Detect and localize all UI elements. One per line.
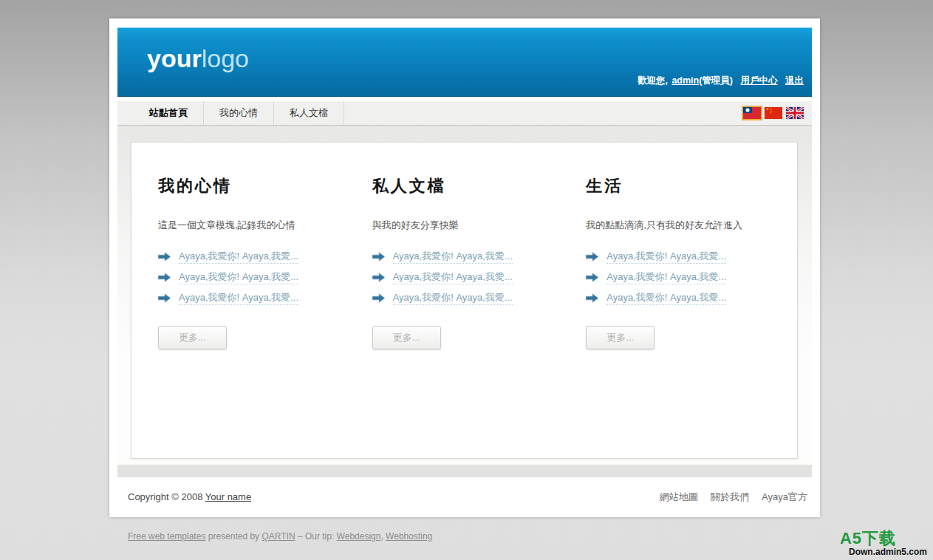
article-link[interactable]: Ayaya,我愛你! Ayaya,我愛...: [179, 270, 298, 284]
template-credits: Free web templates presented by QARTIN –…: [128, 531, 432, 542]
right-arrow-icon: [586, 273, 598, 282]
column-life: 生活 我的點點滴滴,只有我的好友允許進入 Ayaya,我愛你! Ayaya,我愛…: [586, 175, 770, 349]
right-arrow-icon: [158, 273, 171, 282]
right-arrow-icon: [158, 252, 171, 262]
article-link[interactable]: Ayaya,我愛你! Ayaya,我愛...: [393, 270, 513, 284]
list-item: Ayaya,我愛你! Ayaya,我愛...: [158, 246, 343, 267]
list-item: Ayaya,我愛你! Ayaya,我愛...: [586, 287, 770, 308]
column-private-docs: 私人文檔 與我的好友分享快樂 Ayaya,我愛你! Ayaya,我愛... Ay…: [372, 175, 557, 349]
user-welcome-bar: 歡迎您, admin(管理員) 用戶中心 退出: [638, 75, 804, 87]
webdesign-link[interactable]: Webdesign: [337, 531, 381, 542]
article-link[interactable]: Ayaya,我愛你! Ayaya,我愛...: [606, 250, 726, 264]
right-arrow-icon: [586, 252, 598, 262]
user-center-link[interactable]: 用戶中心: [741, 75, 778, 86]
columns-wrapper: 我的心情 這是一個文章模塊,記錄我的心情 Ayaya,我愛你! Ayaya,我愛…: [158, 175, 770, 349]
article-link[interactable]: Ayaya,我愛你! Ayaya,我愛...: [606, 270, 726, 284]
list-item: Ayaya,我愛你! Ayaya,我愛...: [586, 267, 770, 287]
nav-item-home[interactable]: 站點首頁: [134, 101, 204, 125]
more-button[interactable]: 更多...: [586, 326, 655, 349]
credits-text: presented by: [205, 531, 262, 542]
about-us-link[interactable]: 關於我們: [711, 491, 749, 504]
qartin-link[interactable]: QARTIN: [262, 531, 295, 542]
list-item: Ayaya,我愛你! Ayaya,我愛...: [158, 267, 343, 287]
copyright: Copyright © 2008 Your name: [128, 491, 251, 502]
article-link[interactable]: Ayaya,我愛你! Ayaya,我愛...: [393, 291, 513, 305]
column-title: 私人文檔: [372, 175, 557, 197]
right-arrow-icon: [372, 273, 385, 282]
language-switcher: [743, 101, 804, 125]
article-link[interactable]: Ayaya,我愛你! Ayaya,我愛...: [179, 291, 298, 305]
logo-text-bold: your: [147, 44, 202, 72]
column-title: 生活: [586, 175, 770, 197]
ayaya-official-link[interactable]: Ayaya官方: [762, 491, 807, 504]
copyright-text: Copyright © 2008: [128, 491, 205, 502]
nav-item-my-mood[interactable]: 我的心情: [204, 101, 274, 125]
content-box: 我的心情 這是一個文章模塊,記錄我的心情 Ayaya,我愛你! Ayaya,我愛…: [131, 142, 798, 459]
article-link[interactable]: Ayaya,我愛你! Ayaya,我愛...: [393, 250, 513, 264]
site-logo[interactable]: yourlogo: [147, 44, 249, 73]
logout-link[interactable]: 退出: [785, 75, 804, 86]
right-arrow-icon: [372, 252, 385, 262]
username-link[interactable]: admin: [671, 75, 699, 86]
footer-separator: [117, 465, 812, 477]
welcome-text: 歡迎您,: [638, 75, 668, 86]
nav-item-private-docs[interactable]: 私人文檔: [274, 101, 344, 125]
watermark-title: A5下载: [840, 530, 927, 547]
sitemap-link[interactable]: 網站地圖: [660, 491, 698, 504]
china-flag-icon[interactable]: [765, 107, 782, 119]
page-container: yourlogo 歡迎您, admin(管理員) 用戶中心 退出 站點首頁 我的…: [109, 18, 820, 517]
free-templates-link[interactable]: Free web templates: [128, 531, 205, 542]
uk-flag-icon[interactable]: [786, 107, 804, 119]
column-title: 我的心情: [158, 175, 343, 197]
list-item: Ayaya,我愛你! Ayaya,我愛...: [372, 246, 557, 267]
more-button[interactable]: 更多...: [158, 326, 227, 349]
watermark-url: Down.admin5.com: [849, 547, 927, 556]
site-header: yourlogo 歡迎您, admin(管理員) 用戶中心 退出: [117, 27, 812, 97]
list-item: Ayaya,我愛你! Ayaya,我愛...: [372, 267, 557, 287]
logo-text-light: logo: [202, 44, 249, 72]
right-arrow-icon: [586, 293, 598, 303]
article-link[interactable]: Ayaya,我愛你! Ayaya,我愛...: [179, 250, 298, 264]
site-footer: Copyright © 2008 Your name 網站地圖 關於我們 Aya…: [117, 477, 812, 516]
column-description: 與我的好友分享快樂: [372, 219, 557, 232]
footer-links: 網站地圖 關於我們 Ayaya官方: [660, 491, 807, 504]
right-arrow-icon: [158, 293, 171, 303]
article-link[interactable]: Ayaya,我愛你! Ayaya,我愛...: [606, 291, 726, 305]
column-my-mood: 我的心情 這是一個文章模塊,記錄我的心情 Ayaya,我愛你! Ayaya,我愛…: [158, 175, 343, 349]
column-description: 我的點點滴滴,只有我的好友允許進入: [586, 219, 770, 232]
list-item: Ayaya,我愛你! Ayaya,我愛...: [372, 287, 557, 308]
list-item: Ayaya,我愛你! Ayaya,我愛...: [158, 287, 343, 308]
user-role-label: (管理員): [699, 75, 733, 86]
credits-text: – Our tip:: [295, 531, 337, 542]
taiwan-flag-icon[interactable]: [743, 107, 761, 119]
more-button[interactable]: 更多...: [372, 326, 441, 349]
main-navbar: 站點首頁 我的心情 私人文檔: [117, 101, 812, 126]
content-area: 我的心情 這是一個文章模塊,記錄我的心情 Ayaya,我愛你! Ayaya,我愛…: [117, 126, 812, 465]
right-arrow-icon: [372, 293, 385, 303]
a5-download-watermark: A5下载 Down.admin5.com: [840, 530, 927, 556]
copyright-name-link[interactable]: Your name: [205, 491, 251, 502]
list-item: Ayaya,我愛你! Ayaya,我愛...: [586, 246, 770, 267]
column-description: 這是一個文章模塊,記錄我的心情: [158, 219, 343, 232]
webhosting-link[interactable]: Webhosting: [386, 531, 432, 542]
